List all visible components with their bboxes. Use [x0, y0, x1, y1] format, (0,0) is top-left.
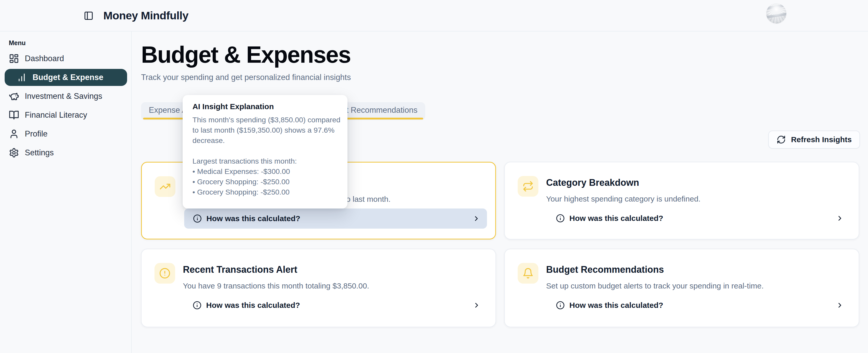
sidebar-item-budget-expense[interactable]: Budget & Expense — [5, 69, 127, 86]
sidebar-item-label: Profile — [25, 129, 48, 139]
how-calculated-button[interactable]: How was this calculated? — [547, 295, 850, 315]
book-open-icon — [9, 110, 19, 120]
gear-icon — [9, 148, 19, 158]
card-description: Set up custom budget alerts to track you… — [546, 282, 764, 290]
how-calculated-button[interactable]: How was this calculated? — [184, 209, 487, 228]
page-title: Budget & Expenses — [141, 41, 350, 68]
card-description: Your highest spending category is undefi… — [546, 195, 701, 203]
chevron-right-icon — [473, 302, 480, 309]
how-calculated-button[interactable]: How was this calculated? — [547, 208, 850, 228]
refresh-icon — [777, 135, 786, 144]
sidebar-menu-label: Menu — [9, 39, 26, 47]
user-icon — [9, 129, 19, 139]
app-header: Money Mindfully — [0, 0, 868, 32]
ai-insight-popover: AI Insight Explanation This month's spen… — [183, 95, 347, 209]
app-title: Money Mindfully — [103, 0, 188, 31]
card-description: You have 9 transactions this month total… — [183, 282, 369, 290]
info-icon — [193, 214, 202, 223]
sidebar-item-profile[interactable]: Profile — [5, 126, 127, 142]
sidebar-item-financial-literacy[interactable]: Financial Literacy — [5, 107, 127, 123]
chevron-right-icon — [836, 302, 844, 309]
chevron-right-icon — [836, 214, 844, 222]
refresh-insights-label: Refresh Insights — [791, 135, 852, 144]
sidebar: Menu Dashboard Budget & Expense Investme… — [0, 32, 132, 353]
how-calculated-label: How was this calculated? — [569, 214, 663, 223]
insight-card-recent-transactions: Recent Transactions Alert You have 9 tra… — [141, 249, 496, 327]
sidebar-item-label: Dashboard — [25, 54, 64, 63]
card-title: Category Breakdown — [546, 177, 639, 188]
sidebar-nav: Dashboard Budget & Expense Investment & … — [5, 50, 127, 163]
bell-icon — [518, 263, 538, 284]
refresh-insights-button[interactable]: Refresh Insights — [768, 131, 860, 149]
bar-chart-icon — [17, 72, 27, 82]
sidebar-item-dashboard[interactable]: Dashboard — [5, 50, 127, 67]
sidebar-item-label: Investment & Savings — [25, 92, 102, 101]
info-icon — [556, 214, 565, 223]
info-icon — [193, 301, 202, 310]
piggy-bank-icon — [9, 91, 19, 101]
trending-up-icon — [155, 176, 176, 197]
how-calculated-label: How was this calculated? — [207, 214, 300, 223]
sidebar-item-settings[interactable]: Settings — [5, 144, 127, 161]
how-calculated-label: How was this calculated? — [569, 301, 663, 310]
chevron-right-icon — [472, 215, 480, 222]
sidebar-toggle-button[interactable] — [83, 10, 95, 22]
sidebar-item-label: Settings — [25, 148, 54, 157]
sidebar-item-label: Budget & Expense — [33, 73, 103, 82]
sidebar-item-investment-savings[interactable]: Investment & Savings — [5, 88, 127, 105]
insight-card-category-breakdown: Category Breakdown Your highest spending… — [504, 162, 859, 240]
insight-card-budget-recommendations: Budget Recommendations Set up custom bud… — [504, 249, 859, 327]
panel-left-icon — [84, 11, 94, 21]
sidebar-item-label: Financial Literacy — [25, 110, 87, 120]
card-title: Budget Recommendations — [546, 264, 664, 275]
avatar[interactable] — [766, 3, 786, 24]
info-icon — [556, 301, 565, 310]
layout-dashboard-icon — [9, 54, 19, 64]
popover-title: AI Insight Explanation — [192, 102, 340, 111]
alert-circle-icon — [154, 263, 175, 284]
popover-body: This month's spending ($3,850.00) compar… — [192, 114, 340, 197]
page-subtitle: Track your spending and get personalized… — [141, 73, 351, 82]
repeat-icon — [518, 176, 538, 197]
how-calculated-button[interactable]: How was this calculated? — [184, 295, 487, 315]
how-calculated-label: How was this calculated? — [206, 301, 300, 310]
card-title: Recent Transactions Alert — [183, 264, 297, 275]
